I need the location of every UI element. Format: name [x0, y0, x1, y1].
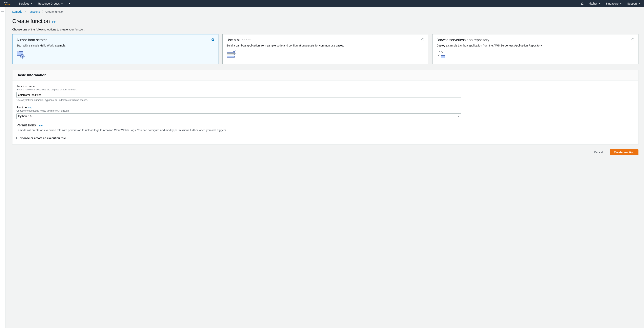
function-name-input[interactable] — [16, 92, 461, 98]
caret-down-icon — [599, 3, 600, 4]
svg-point-5 — [19, 51, 20, 52]
blueprint-icon — [226, 50, 424, 58]
caret-down-icon — [31, 3, 32, 4]
scratch-icon — [16, 50, 214, 58]
runtime-hint: Choose the language to use to write your… — [16, 109, 634, 112]
option-use-blueprint[interactable]: Use a blueprint Build a Lambda applicati… — [222, 34, 428, 64]
chevron-right-icon — [42, 10, 43, 13]
nav-services-label: Services — [18, 2, 29, 5]
caret-down-icon — [638, 3, 640, 4]
page-subtitle: Choose one of the following options to c… — [12, 28, 638, 31]
runtime-label: Runtime — [16, 106, 27, 109]
svg-point-3 — [18, 51, 18, 52]
function-name-hint: Enter a name that describes the purpose … — [16, 88, 634, 91]
caret-down-icon — [457, 116, 459, 117]
notifications-icon[interactable] — [581, 2, 584, 5]
permissions-desc: Lambda will create an execution role wit… — [16, 129, 634, 132]
panel-header: Basic information — [12, 70, 638, 81]
execution-role-expander[interactable]: Choose or create an execution role — [16, 136, 634, 140]
nav-region[interactable]: Singapore — [606, 2, 622, 5]
option-repo-desc: Deploy a sample Lambda application from … — [436, 44, 634, 48]
option-browse-repo[interactable]: Browse serverless app repository Deploy … — [432, 34, 638, 64]
pin-icon[interactable] — [68, 2, 71, 5]
svg-rect-10 — [227, 56, 234, 57]
creation-options: Author from scratch Start with a simple … — [12, 34, 638, 64]
basic-info-panel: Basic information Function name Enter a … — [12, 70, 638, 145]
triangle-right-icon — [16, 137, 18, 139]
option-author-from-scratch[interactable]: Author from scratch Start with a simple … — [12, 34, 218, 64]
nav-support-label: Support — [627, 2, 637, 5]
option-repo-title: Browse serverless app repository — [436, 38, 634, 42]
permissions-heading: Permissions — [16, 123, 36, 127]
nav-user[interactable]: dtphat — [589, 2, 600, 5]
breadcrumb-current: Create function — [45, 10, 64, 13]
left-rail — [0, 7, 6, 328]
nav-resource-groups-label: Resource Groups — [38, 2, 60, 5]
svg-rect-8 — [227, 51, 234, 53]
basic-info-heading: Basic information — [16, 73, 634, 77]
option-scratch-desc: Start with a simple Hello World example. — [16, 44, 214, 48]
footer-actions: Cancel Create function — [12, 149, 638, 155]
radio-unselected[interactable] — [632, 38, 634, 41]
function-name-group: Function name Enter a name that describe… — [16, 85, 634, 101]
function-name-constraint: Use only letters, numbers, hyphens, or u… — [16, 99, 634, 101]
svg-text:aws: aws — [4, 1, 8, 4]
svg-rect-12 — [441, 55, 445, 56]
svg-rect-9 — [227, 53, 234, 55]
execution-role-expander-label: Choose or create an execution role — [20, 136, 66, 140]
radio-selected[interactable] — [212, 38, 214, 41]
nav-user-label: dtphat — [589, 2, 597, 5]
svg-point-4 — [18, 51, 18, 52]
info-link[interactable]: Info — [52, 21, 56, 23]
repo-icon — [436, 50, 634, 58]
permissions-group: Permissions Info Lambda will create an e… — [16, 123, 634, 140]
breadcrumb: Lambda Functions Create function — [12, 10, 638, 13]
nav-region-label: Singapore — [606, 2, 618, 5]
runtime-select[interactable]: Python 3.6 — [16, 113, 461, 119]
aws-logo[interactable]: aws — [4, 1, 11, 5]
top-nav: aws Services Resource Groups dtphat Sing… — [0, 0, 644, 7]
hamburger-icon[interactable] — [2, 10, 4, 328]
function-name-label: Function name — [16, 85, 634, 88]
nav-support[interactable]: Support — [627, 2, 640, 5]
breadcrumb-functions[interactable]: Functions — [28, 10, 40, 13]
nav-services[interactable]: Services — [18, 2, 32, 5]
runtime-info-link[interactable]: Info — [28, 106, 32, 109]
chevron-right-icon — [24, 10, 26, 13]
create-function-button[interactable]: Create function — [610, 149, 638, 155]
permissions-info-link[interactable]: Info — [38, 124, 42, 127]
caret-down-icon — [620, 3, 622, 4]
runtime-group: Runtime Info Choose the language to use … — [16, 106, 634, 119]
option-blueprint-desc: Build a Lambda application from sample c… — [226, 44, 424, 48]
cancel-button[interactable]: Cancel — [590, 149, 607, 155]
option-blueprint-title: Use a blueprint — [226, 38, 424, 42]
option-scratch-title: Author from scratch — [16, 38, 214, 42]
runtime-selected-value: Python 3.6 — [18, 115, 32, 118]
breadcrumb-lambda[interactable]: Lambda — [12, 10, 22, 13]
nav-resource-groups[interactable]: Resource Groups — [38, 2, 63, 5]
caret-down-icon — [61, 3, 63, 4]
page-title: Create function — [12, 18, 50, 24]
